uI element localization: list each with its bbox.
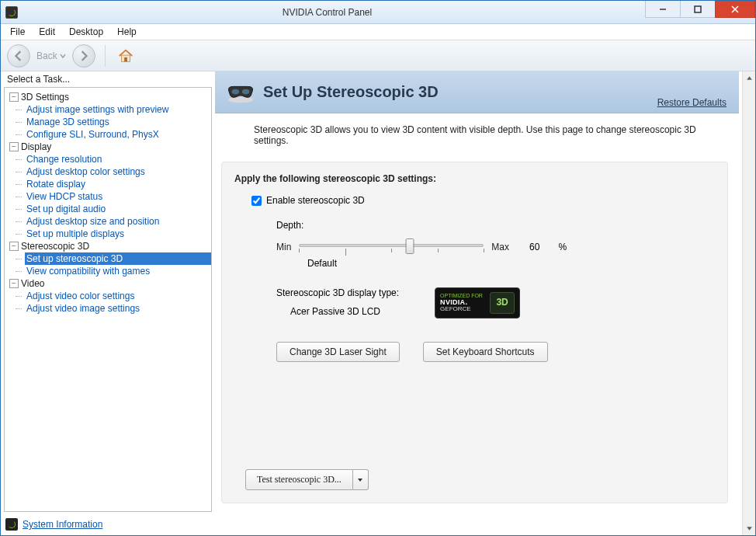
test-stereoscopic-dropdown[interactable] [353,469,369,490]
chevron-down-icon [60,53,66,59]
collapse-icon: − [9,92,19,102]
window-titlebar: NVIDIA Control Panel [1,1,755,24]
close-button[interactable] [715,1,755,18]
svg-point-6 [228,96,253,103]
menu-edit[interactable]: Edit [33,25,61,39]
forward-button[interactable] [72,44,95,68]
menu-desktop[interactable]: Desktop [63,25,109,39]
svg-point-7 [232,89,240,94]
test-stereoscopic-button[interactable]: Test stereoscopic 3D... [245,469,353,490]
tree-group-video[interactable]: −Video [9,277,211,290]
maximize-button[interactable] [680,1,716,18]
tree-item[interactable]: Rotate display [25,178,211,190]
content-pane: Set Up Stereoscopic 3D Restore Defaults … [215,71,755,535]
set-keyboard-shortcuts-button[interactable]: Set Keyboard Shortcuts [423,342,548,362]
tree-group-display[interactable]: −Display [9,141,211,153]
arrow-right-icon [78,50,89,61]
app-icon [5,6,18,19]
stereoscopic-glasses-icon [226,80,255,105]
menu-help[interactable]: Help [111,25,143,39]
home-icon [117,47,134,64]
toolbar: Back [1,40,755,71]
svg-rect-5 [124,57,127,61]
depth-slider[interactable] [299,238,484,255]
scroll-down-button[interactable] [744,522,755,535]
tree-item[interactable]: Configure SLI, Surround, PhysX [25,128,211,141]
toolbar-separator [105,45,106,67]
menu-file[interactable]: File [4,25,31,39]
enable-stereoscopic-label: Enable stereoscopic 3D [266,195,365,206]
chevron-down-icon [357,477,363,483]
tree-item[interactable]: View compatibility with games [25,265,211,277]
display-type-label: Stereoscopic 3D display type: [276,287,399,298]
task-tree[interactable]: −3D Settings Adjust image settings with … [4,87,212,512]
scroll-up-button[interactable] [744,71,755,85]
section-heading: Apply the following stereoscopic 3D sett… [234,173,715,184]
minimize-button[interactable] [645,1,681,18]
enable-stereoscopic-checkbox[interactable] [251,196,262,206]
page-description: Stereoscopic 3D allows you to view 3D co… [215,113,739,154]
depth-value: 60 [529,242,539,252]
change-laser-sight-button[interactable]: Change 3D Laser Sight [276,342,400,362]
tree-group-label: 3D Settings [21,92,69,103]
tree-item[interactable]: Adjust video image settings [25,302,211,315]
nvidia-3d-badge: OPTIMIZED FOR NVIDIA. GEFORCE 3D [435,287,520,318]
window-title: NVIDIA Control Panel [9,7,646,18]
settings-panel: Apply the following stereoscopic 3D sett… [221,162,728,503]
restore-defaults-link[interactable]: Restore Defaults [657,97,727,108]
tree-item[interactable]: Adjust desktop size and position [25,215,211,228]
tree-item[interactable]: Set up multiple displays [25,228,211,240]
back-label-text: Back [36,50,57,61]
nvidia-icon [5,518,18,531]
collapse-icon: − [9,279,19,288]
badge-geforce-text: GEFORCE [440,306,483,313]
sidebar: Select a Task... −3D Settings Adjust ima… [1,71,215,535]
back-button[interactable] [7,44,30,68]
tree-group-3d-settings[interactable]: −3D Settings [9,91,211,103]
collapse-icon: − [9,142,19,151]
page-banner: Set Up Stereoscopic 3D Restore Defaults [215,71,739,113]
depth-pct: % [558,242,567,252]
tree-item[interactable]: Adjust image settings with preview [25,103,211,116]
tree-group-label: Video [21,278,44,289]
depth-label: Depth: [276,220,715,231]
system-information-label: System Information [23,519,102,530]
tree-group-label: Stereoscopic 3D [21,241,89,252]
tree-item[interactable]: Change resolution [25,153,211,165]
tree-item[interactable]: Adjust desktop color settings [25,165,211,178]
tree-group-label: Display [21,141,51,152]
sidebar-heading: Select a Task... [1,71,215,87]
tree-item[interactable]: View HDCP status [25,190,211,203]
depth-min-label: Min [276,242,291,252]
tree-item[interactable]: Manage 3D settings [25,116,211,128]
page-title: Set Up Stereoscopic 3D [263,83,439,101]
enable-stereoscopic-checkbox-row[interactable]: Enable stereoscopic 3D [251,195,715,206]
arrow-left-icon [13,50,24,61]
tree-item[interactable]: Set up digital audio [25,203,211,215]
home-button[interactable] [115,45,137,67]
test-stereoscopic-split-button[interactable]: Test stereoscopic 3D... [245,469,369,490]
back-label[interactable]: Back [36,50,66,61]
tree-group-stereo-3d[interactable]: −Stereoscopic 3D [9,240,211,252]
svg-point-8 [242,89,250,94]
depth-default-label: Default [307,258,715,269]
depth-max-label: Max [491,242,509,252]
vertical-scrollbar[interactable] [742,71,755,535]
svg-rect-1 [695,6,701,12]
collapse-icon: − [9,242,19,251]
display-type-value: Acer Passive 3D LCD [290,306,399,317]
tree-item-selected[interactable]: Set up stereoscopic 3D [25,252,211,265]
system-information-link[interactable]: System Information [1,515,215,535]
badge-3d-cube: 3D [490,292,515,314]
tree-item[interactable]: Adjust video color settings [25,290,211,302]
menubar: File Edit Desktop Help [1,24,755,40]
